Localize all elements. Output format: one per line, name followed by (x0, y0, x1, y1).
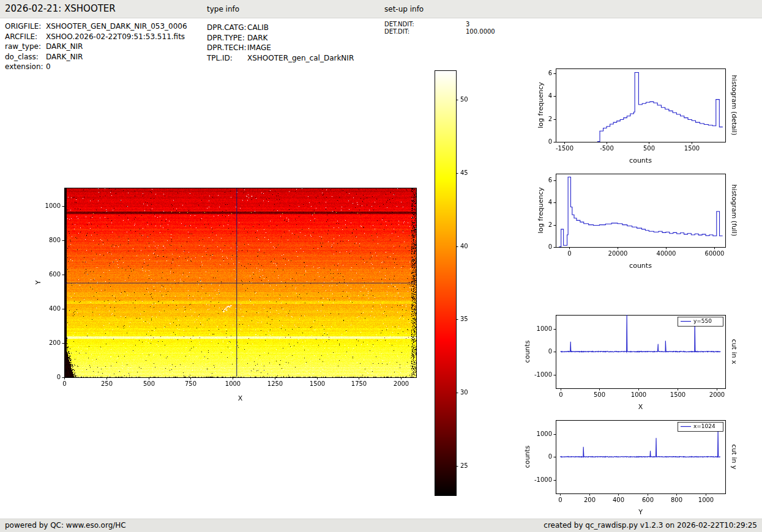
arcfile-label: ARCFILE: (5, 32, 46, 42)
histogram-full-plot (520, 163, 762, 273)
arcfile-value: XSHOO.2026-02-22T09:51:53.511.fits (46, 32, 185, 41)
info-row: raw_type:DARK_NIR (5, 42, 187, 52)
footer-bar: powered by QC: www.eso.org/HC created by… (0, 519, 762, 532)
dpr-tech-label: DPR.TECH: (207, 43, 247, 53)
dpr-catg-value: CALIB (247, 23, 269, 32)
file-info-block: ORIGFILE:XSHOOTER_GEN_DARK_NIR_053_0006 … (5, 21, 187, 72)
det-dit-value: 100.0000 (466, 28, 495, 35)
doclass-value: DARK_NIR (46, 53, 83, 61)
info-row: DET.NDIT:3 (384, 21, 495, 28)
dpr-type-label: DPR.TYPE: (207, 33, 247, 43)
footer-created-by: created by qc_rawdisp.py v1.2.3 on 2026-… (543, 521, 757, 530)
footer-powered-by: powered by QC: www.eso.org/HC (5, 521, 126, 530)
setup-info-block: DET.NDIT:3 DET.DIT:100.0000 (384, 21, 495, 35)
raw-image-plot (18, 165, 435, 410)
det-dit-label: DET.DIT: (384, 28, 466, 35)
extension-label: extension: (5, 62, 46, 72)
det-ndit-label: DET.NDIT: (384, 21, 466, 28)
info-row: DPR.TYPE:DARK (207, 33, 354, 43)
info-row: ARCFILE:XSHOO.2026-02-22T09:51:53.511.fi… (5, 32, 187, 42)
info-row: do_class:DARK_NIR (5, 52, 187, 62)
info-row: ORIGFILE:XSHOOTER_GEN_DARK_NIR_053_0006 (5, 21, 187, 32)
rawtype-value: DARK_NIR (46, 42, 83, 51)
header-bar: 2026-02-21: XSHOOTER type info set-up in… (0, 0, 762, 18)
tpl-id-label: TPL.ID: (207, 53, 247, 64)
det-ndit-value: 3 (466, 21, 469, 28)
setup-info-heading: set-up info (384, 5, 424, 13)
cut-in-x-plot (520, 305, 762, 415)
info-row: DPR.CATG:CALIB (207, 23, 354, 33)
page-title: 2026-02-21: XSHOOTER (5, 3, 116, 14)
rawtype-label: raw_type: (5, 42, 46, 52)
tpl-id-value: XSHOOTER_gen_cal_DarkNIR (247, 54, 354, 62)
dpr-tech-value: IMAGE (247, 43, 271, 52)
origfile-label: ORIGFILE: (5, 21, 46, 32)
qc-report-page: 2026-02-21: XSHOOTER type info set-up in… (0, 0, 762, 532)
colorbar (425, 61, 477, 504)
dpr-type-value: DARK (247, 34, 267, 42)
info-row: DET.DIT:100.0000 (384, 28, 495, 35)
cut-in-y-plot (520, 410, 762, 519)
info-row: TPL.ID:XSHOOTER_gen_cal_DarkNIR (207, 53, 354, 64)
origfile-value: XSHOOTER_GEN_DARK_NIR_053_0006 (46, 22, 187, 31)
extension-value: 0 (46, 62, 51, 71)
type-info-block: DPR.CATG:CALIB DPR.TYPE:DARK DPR.TECH:IM… (207, 23, 354, 63)
histogram-detail-plot (520, 58, 762, 168)
doclass-label: do_class: (5, 52, 46, 62)
dpr-catg-label: DPR.CATG: (207, 23, 247, 33)
info-row: extension:0 (5, 62, 187, 72)
type-info-heading: type info (207, 5, 239, 13)
info-row: DPR.TECH:IMAGE (207, 43, 354, 53)
